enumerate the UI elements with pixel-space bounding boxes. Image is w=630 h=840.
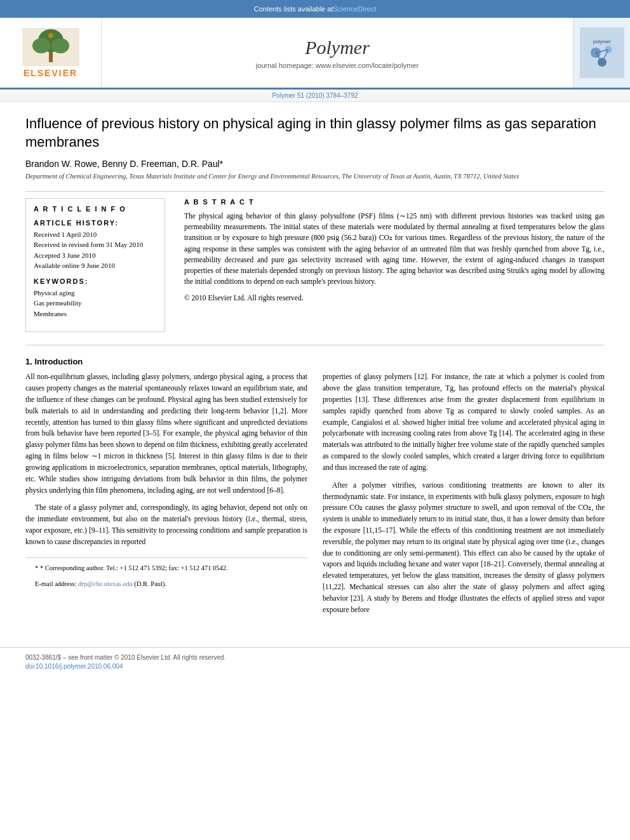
received-date: Received 1 April 2010 xyxy=(34,229,157,240)
footnote-corresponding: * * Corresponding author. Tel.: +1 512 4… xyxy=(25,563,307,573)
section-1-heading: 1. Introduction xyxy=(25,357,605,366)
elsevier-tree-icon xyxy=(22,28,79,66)
article-meta-row: A R T I C L E I N F O Article history: R… xyxy=(25,198,605,333)
authors-text: Brandon W. Rowe, Benny D. Freeman, D.R. … xyxy=(25,159,223,169)
footnote-email-line: E-mail address: drp@che.utexas.edu (D.R.… xyxy=(25,579,307,589)
article-info-label: A R T I C L E I N F O xyxy=(34,205,157,213)
svg-point-5 xyxy=(48,33,53,38)
top-bar: Contents lists available at ScienceDirec… xyxy=(0,0,630,18)
svg-rect-6 xyxy=(583,30,621,75)
divider-2 xyxy=(25,345,605,345)
affiliation: Department of Chemical Engineering, Texa… xyxy=(25,172,605,182)
col1-para2: The state of a glassy polymer and, corre… xyxy=(25,502,307,547)
journal-logo-right: polymer xyxy=(573,18,630,88)
svg-rect-4 xyxy=(49,52,53,62)
page-footer: 0032-3861/$ – see front matter © 2010 El… xyxy=(0,647,630,678)
article-reference: Polymer 51 (2010) 3784–3792 xyxy=(272,92,358,99)
keyword-3: Membranes xyxy=(34,309,157,319)
footnote-email-link[interactable]: drp@che.utexas.edu xyxy=(78,580,132,587)
keywords-section: Keywords: Physical aging Gas permeabilit… xyxy=(34,277,157,319)
elsevier-logo: ELSEVIER xyxy=(22,28,79,78)
main-content: Influence of previous history on physica… xyxy=(0,102,630,634)
body-col-left: All non-equilibrium glasses, including g… xyxy=(25,371,307,622)
keywords-label: Keywords: xyxy=(34,277,157,285)
svg-point-2 xyxy=(32,38,50,53)
journal-header: ELSEVIER Polymer journal homepage: www.e… xyxy=(0,18,630,90)
footer-issn: 0032-3861/$ – see front matter © 2010 El… xyxy=(25,654,605,661)
article-id-bar: Polymer 51 (2010) 3784–3792 xyxy=(0,90,630,102)
footnote-email-person: (D.R. Paul). xyxy=(134,580,166,587)
article-info-section: A R T I C L E I N F O xyxy=(34,205,157,213)
journal-title-area: Polymer journal homepage: www.elsevier.c… xyxy=(102,18,573,88)
authors: Brandon W. Rowe, Benny D. Freeman, D.R. … xyxy=(25,159,605,169)
available-date: Available online 9 June 2010 xyxy=(34,260,157,271)
footnote-corresponding-label: * Corresponding author. xyxy=(40,564,105,571)
polymer-logo-image: polymer xyxy=(580,27,624,78)
col2-para1: properties of glassy polymers [12]. For … xyxy=(323,371,605,473)
body-col-right: properties of glassy polymers [12]. For … xyxy=(323,371,605,622)
received-revised: Received in revised form 31 May 2010 xyxy=(34,239,157,250)
article-info-box: A R T I C L E I N F O Article history: R… xyxy=(25,198,165,333)
footnote-tel: Tel.: +1 512 471 5392; fax: +1 512 471 0… xyxy=(106,564,228,571)
keyword-1: Physical aging xyxy=(34,288,157,298)
article-history-section: Article history: Received 1 April 2010 R… xyxy=(34,219,157,271)
body-columns: All non-equilibrium glasses, including g… xyxy=(25,371,605,622)
abstract-label: A B S T R A C T xyxy=(184,198,605,206)
section-1-title: Introduction xyxy=(34,357,83,366)
section-1-number: 1. xyxy=(25,357,32,366)
col1-para1: All non-equilibrium glasses, including g… xyxy=(25,371,307,496)
divider-1 xyxy=(25,191,605,192)
elsevier-brand-text: ELSEVIER xyxy=(23,68,77,78)
accepted-date: Accepted 3 June 2010 xyxy=(34,250,157,261)
svg-text:polymer: polymer xyxy=(593,39,611,44)
copyright: © 2010 Elsevier Ltd. All rights reserved… xyxy=(184,293,605,303)
footnote-section: * * Corresponding author. Tel.: +1 512 4… xyxy=(25,557,307,590)
journal-homepage: journal homepage: www.elsevier.com/locat… xyxy=(256,62,419,69)
abstract-section: A B S T R A C T The physical aging behav… xyxy=(184,198,605,333)
contents-label: Contents lists available at xyxy=(254,5,333,13)
article-title: Influence of previous history on physica… xyxy=(25,115,605,151)
polymer-logo-icon: polymer xyxy=(583,30,621,75)
abstract-text: The physical aging behavior of thin glas… xyxy=(184,211,605,288)
keyword-2: Gas permeability xyxy=(34,298,157,309)
col2-para2: After a polymer vitrifies, various condi… xyxy=(323,480,605,616)
footnote-email-label: E-mail address: xyxy=(35,580,77,587)
sciencedirect-link[interactable]: ScienceDirect xyxy=(333,5,376,13)
footer-doi: doi:10.1016/j.polymer.2010.06.004 xyxy=(25,663,605,670)
publisher-logo-area: ELSEVIER xyxy=(0,18,102,88)
svg-point-3 xyxy=(51,38,69,53)
article-history-label: Article history: xyxy=(34,219,157,227)
footnote-star: * xyxy=(35,564,40,571)
journal-name: Polymer xyxy=(305,37,370,58)
